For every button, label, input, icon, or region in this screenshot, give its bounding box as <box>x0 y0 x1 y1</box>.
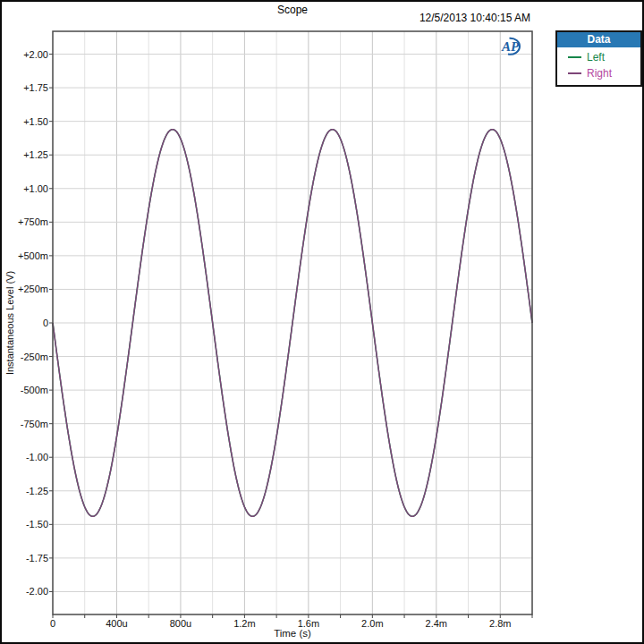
legend: Data LeftRight <box>555 30 642 87</box>
y-tick-label: -1.25 <box>4 486 48 497</box>
y-tick-label: +1.00 <box>4 183 48 195</box>
y-axis-title: Instantaneous Level (V) <box>4 271 15 375</box>
legend-line-swatch <box>568 72 581 74</box>
y-tick-label: +1.75 <box>4 82 48 94</box>
legend-entry-left: Left <box>557 49 640 65</box>
scope-graph[interactable] <box>2 2 644 644</box>
x-tick-label: 800u <box>156 618 206 630</box>
y-tick-label: -2.00 <box>4 586 48 597</box>
legend-body: LeftRight <box>557 47 640 85</box>
legend-line-swatch <box>568 56 581 58</box>
legend-entry-label: Left <box>587 51 605 64</box>
y-tick-label: +1.50 <box>4 116 48 128</box>
legend-title: Data <box>557 32 640 47</box>
y-tick-label: -750m <box>4 419 48 430</box>
y-tick-label: -1.50 <box>4 519 48 530</box>
y-tick-label: -500m <box>4 385 48 396</box>
scope-window: Scope 12/5/2013 10:40:15 AM +2.00+1.75+1… <box>0 0 644 644</box>
y-tick-label: +2.00 <box>4 49 48 61</box>
x-tick-label: 400u <box>91 618 141 630</box>
x-axis-title: Time (s) <box>239 628 346 639</box>
y-tick-label: +500m <box>4 250 48 262</box>
y-tick-label: +750m <box>4 216 48 228</box>
x-tick-label: 2.4m <box>411 618 462 630</box>
y-tick-label: -1.75 <box>4 553 48 564</box>
y-tick-label: +1.25 <box>4 149 48 161</box>
x-tick-label: 0 <box>28 618 78 630</box>
x-tick-label: 2.8m <box>475 618 525 630</box>
ap-logo-icon: AP <box>497 34 530 58</box>
svg-text:AP: AP <box>501 39 520 54</box>
legend-entry-right: Right <box>557 65 640 81</box>
y-tick-label: -1.00 <box>4 452 48 463</box>
x-tick-label: 2.0m <box>347 618 397 630</box>
legend-entry-label: Right <box>587 67 612 80</box>
